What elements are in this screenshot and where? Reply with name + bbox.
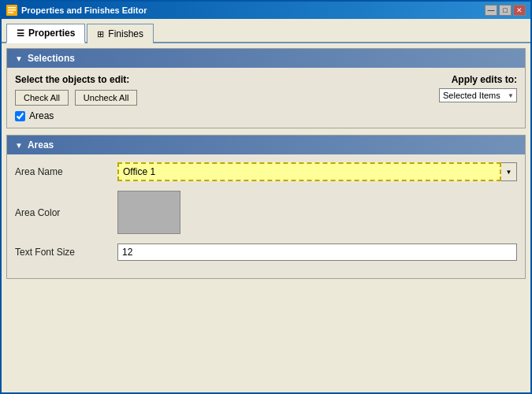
area-name-wrapper: ▼ <box>117 162 517 181</box>
areas-section-header-label: Areas <box>28 139 54 151</box>
title-bar-controls: — □ ✕ <box>485 5 526 16</box>
selections-panel: ▼ Selections Select the objects to edit:… <box>6 48 526 128</box>
title-bar-left: Properties and Finishes Editor <box>6 5 147 16</box>
svg-rect-2 <box>8 9 16 11</box>
selections-header: ▼ Selections <box>7 49 525 68</box>
apply-edits-wrapper: Selected Items <box>439 88 517 102</box>
check-all-button[interactable]: Check All <box>15 90 69 106</box>
tab-properties-label: Properties <box>28 28 75 39</box>
selections-chevron-icon: ▼ <box>15 54 23 63</box>
title-bar: Properties and Finishes Editor — □ ✕ <box>2 2 530 19</box>
maximize-button[interactable]: □ <box>499 5 512 16</box>
area-name-input[interactable] <box>117 162 501 181</box>
main-window: Properties and Finishes Editor — □ ✕ ☰ P… <box>0 0 532 394</box>
svg-rect-1 <box>8 7 16 9</box>
tab-finishes-label: Finishes <box>108 28 143 39</box>
area-name-dropdown-button[interactable]: ▼ <box>501 162 517 181</box>
area-color-box[interactable] <box>117 191 180 234</box>
areas-checkbox[interactable] <box>15 111 25 121</box>
selections-left: Select the objects to edit: Check All Un… <box>15 74 140 106</box>
area-color-control <box>117 191 517 234</box>
selections-body: Select the objects to edit: Check All Un… <box>7 68 525 128</box>
finishes-tab-icon: ⊞ <box>97 29 104 39</box>
text-font-size-control <box>117 243 517 261</box>
apply-edits-label: Apply edits to: <box>439 74 517 85</box>
areas-section-header: ▼ Areas <box>7 136 525 154</box>
properties-tab-icon: ☰ <box>17 28 24 39</box>
selections-header-label: Selections <box>28 53 75 64</box>
check-buttons-row: Check All Uncheck All <box>15 90 140 106</box>
selections-top-row: Select the objects to edit: Check All Un… <box>15 74 517 106</box>
svg-rect-3 <box>8 12 13 13</box>
close-button[interactable]: ✕ <box>513 5 526 16</box>
select-objects-label: Select the objects to edit: <box>15 74 140 85</box>
text-font-size-input[interactable] <box>117 243 517 261</box>
area-name-row: Area Name ▼ <box>15 162 517 181</box>
tab-finishes[interactable]: ⊞ Finishes <box>87 24 154 43</box>
tab-properties[interactable]: ☰ Properties <box>6 24 85 43</box>
area-color-row: Area Color <box>15 191 517 234</box>
areas-chevron-icon: ▼ <box>15 141 23 150</box>
areas-checkbox-label: Areas <box>29 110 54 121</box>
apply-edits-select[interactable]: Selected Items <box>439 88 517 102</box>
window-icon <box>6 5 17 16</box>
content-area: ▼ Selections Select the objects to edit:… <box>2 43 530 392</box>
area-name-label: Area Name <box>15 166 117 177</box>
window-title: Properties and Finishes Editor <box>21 6 147 15</box>
areas-panel: ▼ Areas Area Name ▼ Area Color <box>6 135 526 279</box>
selections-right: Apply edits to: Selected Items <box>439 74 517 102</box>
uncheck-all-button[interactable]: Uncheck All <box>75 90 137 106</box>
areas-checkbox-row: Areas <box>15 110 517 121</box>
area-color-label: Area Color <box>15 207 117 218</box>
text-font-size-row: Text Font Size <box>15 243 517 261</box>
text-font-size-label: Text Font Size <box>15 247 117 258</box>
tab-bar: ☰ Properties ⊞ Finishes <box>2 19 530 43</box>
minimize-button[interactable]: — <box>485 5 497 16</box>
areas-body: Area Name ▼ Area Color Text Font Size <box>7 154 525 278</box>
